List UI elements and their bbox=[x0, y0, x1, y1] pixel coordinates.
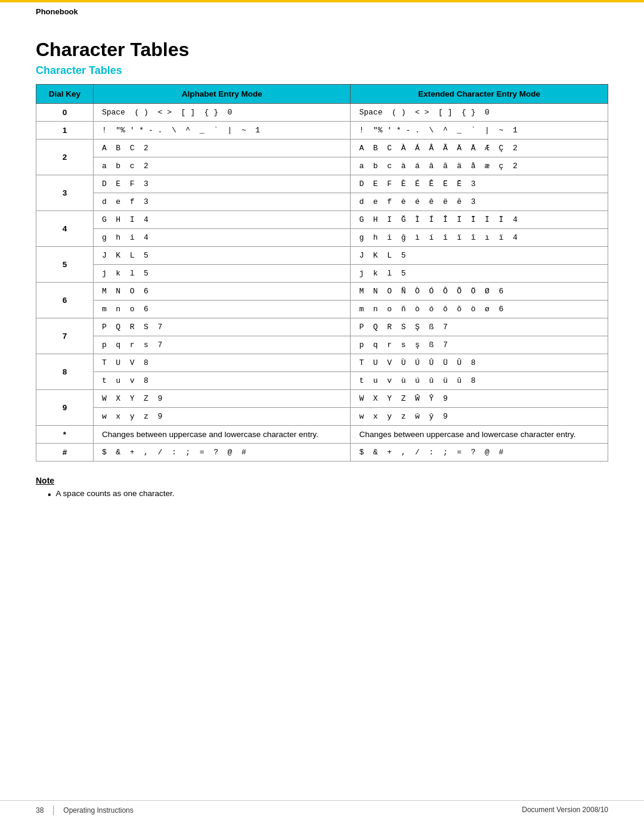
page-title: Character Tables bbox=[36, 39, 608, 61]
alpha-upper: M N O 6 bbox=[93, 283, 351, 301]
dial-key: # bbox=[36, 444, 94, 462]
note-item: • A space counts as one character. bbox=[48, 489, 608, 500]
ext-lower: a b c à á â ã ä å æ ç 2 bbox=[351, 157, 608, 175]
ext-upper: M N O Ñ Ò Ó Ô Õ Ö Ø 6 bbox=[351, 283, 608, 301]
ext-upper: W X Y Z Ŵ Ŷ 9 bbox=[351, 390, 608, 408]
table-row: 2 A B C 2 A B C À Á Â Ã Ä Å Æ Ç 2 bbox=[36, 140, 608, 157]
alpha-note: Changes between uppercase and lowercase … bbox=[93, 426, 351, 444]
table-row: j k l 5 j k l 5 bbox=[36, 265, 608, 283]
table-row: 0 Space ( ) < > [ ] { } 0 Space ( ) < > … bbox=[36, 104, 608, 122]
dial-key: 3 bbox=[36, 175, 94, 211]
table-row: t u v 8 t u v ù ú û ü ū 8 bbox=[36, 372, 608, 390]
alpha-lower: a b c 2 bbox=[93, 157, 351, 175]
alpha-lower: w x y z 9 bbox=[93, 408, 351, 426]
ext-upper: ! "% ' * - . \ ^ _ ` | ~ 1 bbox=[351, 122, 608, 140]
ext-lower: j k l 5 bbox=[351, 265, 608, 283]
note-title: Note bbox=[36, 476, 608, 485]
ext-upper: T U V Ù Ú Û Ü Ū 8 bbox=[351, 354, 608, 372]
alpha-upper: J K L 5 bbox=[93, 247, 351, 265]
table-row: 1 ! "% ' * - . \ ^ _ ` | ~ 1 ! "% ' * - … bbox=[36, 122, 608, 140]
alpha-upper: ! "% ' * - . \ ^ _ ` | ~ 1 bbox=[93, 122, 351, 140]
table-row: p q r s 7 p q r s ş ß 7 bbox=[36, 336, 608, 354]
dial-key: 7 bbox=[36, 318, 94, 354]
ext-lower: p q r s ş ß 7 bbox=[351, 336, 608, 354]
header-extended: Extended Character Entry Mode bbox=[351, 85, 608, 104]
ext-upper: G H I Ğ Ì Í Î Ï Ī İ Ï 4 bbox=[351, 211, 608, 229]
table-row: 4 G H I 4 G H I Ğ Ì Í Î Ï Ī İ Ï 4 bbox=[36, 211, 608, 229]
footer-right: Document Version 2008/10 bbox=[522, 806, 608, 815]
table-row: # $ & + , / : ; = ? @ # $ & + , / : ; = … bbox=[36, 444, 608, 462]
table-row: 5 J K L 5 J K L 5 bbox=[36, 247, 608, 265]
ext-lower: g h i ğ ì í î ï ī ı ï 4 bbox=[351, 229, 608, 247]
dial-key: 5 bbox=[36, 247, 94, 283]
dial-key: 1 bbox=[36, 122, 94, 140]
dial-key: 9 bbox=[36, 390, 94, 426]
alpha-lower: d e f 3 bbox=[93, 193, 351, 211]
alpha-lower: m n o 6 bbox=[93, 301, 351, 318]
alpha-lower: j k l 5 bbox=[93, 265, 351, 283]
table-row: d e f 3 d e f è é ê ë ē 3 bbox=[36, 193, 608, 211]
alpha-upper: D E F 3 bbox=[93, 175, 351, 193]
table-row: m n o 6 m n o ñ ò ó ô õ ö ø 6 bbox=[36, 301, 608, 318]
dial-key: 6 bbox=[36, 283, 94, 318]
ext-upper: A B C À Á Â Ã Ä Å Æ Ç 2 bbox=[351, 140, 608, 157]
footer-left: 38 Operating Instructions bbox=[36, 806, 134, 815]
dial-key: * bbox=[36, 426, 94, 444]
top-bar-label: Phonebook bbox=[36, 7, 78, 16]
character-table: Dial Key Alphabet Entry Mode Extended Ch… bbox=[36, 84, 608, 462]
ext-lower: w x y z ŵ ŷ 9 bbox=[351, 408, 608, 426]
table-row: w x y z 9 w x y z ŵ ŷ 9 bbox=[36, 408, 608, 426]
table-row: 6 M N O 6 M N O Ñ Ò Ó Ô Õ Ö Ø 6 bbox=[36, 283, 608, 301]
header-alpha: Alphabet Entry Mode bbox=[93, 85, 351, 104]
ext-lower: m n o ñ ò ó ô õ ö ø 6 bbox=[351, 301, 608, 318]
section-title: Character Tables bbox=[36, 64, 608, 77]
alpha-upper: W X Y Z 9 bbox=[93, 390, 351, 408]
alpha-upper: T U V 8 bbox=[93, 354, 351, 372]
dial-key: 8 bbox=[36, 354, 94, 390]
footer-page-number: 38 bbox=[36, 806, 44, 815]
table-row: g h i 4 g h i ğ ì í î ï ī ı ï 4 bbox=[36, 229, 608, 247]
table-row: a b c 2 a b c à á â ã ä å æ ç 2 bbox=[36, 157, 608, 175]
alpha-lower: g h i 4 bbox=[93, 229, 351, 247]
ext-upper: P Q R S Ş ß 7 bbox=[351, 318, 608, 336]
table-row: 9 W X Y Z 9 W X Y Z Ŵ Ŷ 9 bbox=[36, 390, 608, 408]
bullet-icon: • bbox=[48, 489, 51, 500]
dial-key: 4 bbox=[36, 211, 94, 247]
alpha-lower: p q r s 7 bbox=[93, 336, 351, 354]
ext-lower: d e f è é ê ë ē 3 bbox=[351, 193, 608, 211]
table-row: 3 D E F 3 D E F È É Ê Ë Ē 3 bbox=[36, 175, 608, 193]
note-section: Note • A space counts as one character. bbox=[36, 476, 608, 500]
ext-hash: $ & + , / : ; = ? @ # bbox=[351, 444, 608, 462]
ext-upper: J K L 5 bbox=[351, 247, 608, 265]
footer-left-label: Operating Instructions bbox=[63, 806, 133, 815]
alpha-upper: Space ( ) < > [ ] { } 0 bbox=[93, 104, 351, 122]
alpha-hash: $ & + , / : ; = ? @ # bbox=[93, 444, 351, 462]
alpha-upper: G H I 4 bbox=[93, 211, 351, 229]
top-bar: Phonebook bbox=[0, 0, 644, 21]
main-content: Character Tables Character Tables Dial K… bbox=[0, 21, 644, 548]
footer-divider bbox=[53, 806, 54, 815]
table-row: * Changes between uppercase and lowercas… bbox=[36, 426, 608, 444]
table-row: 7 P Q R S 7 P Q R S Ş ß 7 bbox=[36, 318, 608, 336]
ext-upper: D E F È É Ê Ë Ē 3 bbox=[351, 175, 608, 193]
footer-right-label: Document Version 2008/10 bbox=[522, 806, 608, 814]
footer: 38 Operating Instructions Document Versi… bbox=[0, 800, 644, 815]
ext-note: Changes between uppercase and lowercase … bbox=[351, 426, 608, 444]
note-text: A space counts as one character. bbox=[56, 489, 175, 498]
ext-upper: Space ( ) < > [ ] { } 0 bbox=[351, 104, 608, 122]
dial-key: 2 bbox=[36, 140, 94, 175]
alpha-upper: P Q R S 7 bbox=[93, 318, 351, 336]
header-dial: Dial Key bbox=[36, 85, 94, 104]
alpha-upper: A B C 2 bbox=[93, 140, 351, 157]
table-row: 8 T U V 8 T U V Ù Ú Û Ü Ū 8 bbox=[36, 354, 608, 372]
ext-lower: t u v ù ú û ü ū 8 bbox=[351, 372, 608, 390]
dial-key: 0 bbox=[36, 104, 94, 122]
alpha-lower: t u v 8 bbox=[93, 372, 351, 390]
